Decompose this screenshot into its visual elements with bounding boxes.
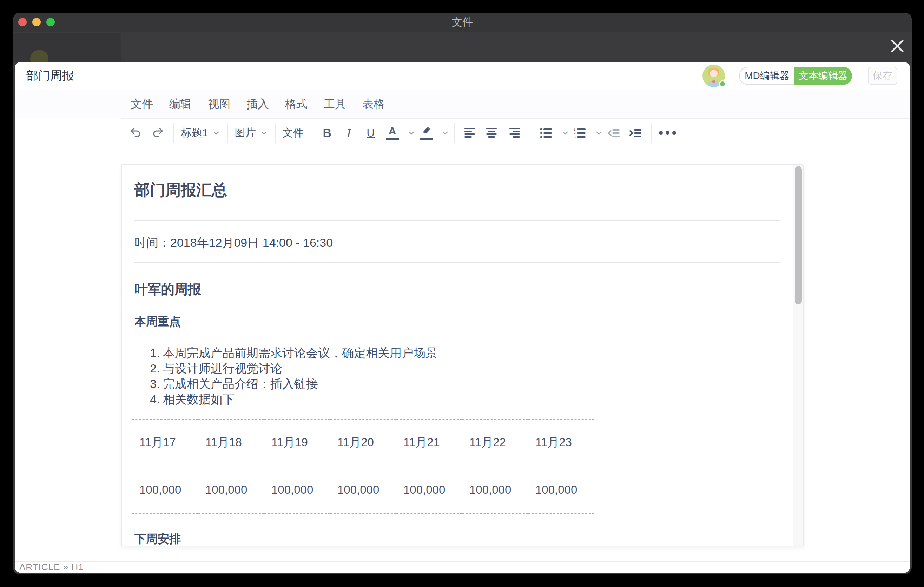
table-cell[interactable]: 11月18 [198, 419, 264, 466]
list-item-text: 完成相关产品介绍：插入链接 [163, 376, 318, 391]
table-cell[interactable]: 100,000 [462, 466, 528, 513]
menu-edit[interactable]: 编辑 [167, 95, 195, 114]
chevron-down-icon[interactable] [595, 129, 603, 137]
list-item: 2. 与设计师进行视觉讨论 [150, 361, 790, 376]
close-icon [889, 38, 906, 54]
chevron-down-icon[interactable] [561, 129, 569, 137]
text-editor-tab[interactable]: 文本编辑器 [794, 67, 852, 85]
header-actions: MD编辑器 文本编辑器 保存 [703, 64, 897, 87]
table-cell[interactable]: 11月19 [264, 419, 330, 466]
highlight-button[interactable] [417, 123, 435, 143]
avatar[interactable] [703, 64, 725, 87]
table-cell[interactable]: 11月21 [396, 419, 462, 466]
svg-text:3: 3 [574, 135, 576, 139]
numbered-list-button[interactable]: 123 [571, 123, 589, 143]
indent-button[interactable] [627, 123, 644, 143]
data-table: 11月17 11月18 11月19 11月20 11月21 11月22 11月2… [132, 419, 594, 514]
table-row: 100,000 100,000 100,000 100,000 100,000 … [132, 466, 594, 513]
table-cell[interactable]: 100,000 [132, 466, 198, 513]
online-status-dot [719, 81, 726, 87]
toolbar-separator [454, 123, 455, 143]
menu-tools[interactable]: 工具 [321, 95, 349, 114]
redo-icon [151, 126, 164, 140]
align-left-button[interactable] [462, 123, 479, 143]
scrollbar-thumb[interactable] [795, 166, 802, 304]
save-button[interactable]: 保存 [868, 67, 897, 85]
table-cell[interactable]: 11月17 [132, 419, 198, 466]
editor-panel: 部门周报 MD编辑器 文本编辑器 保存 文件 编辑 视图 插入 [15, 62, 910, 572]
align-left-icon [464, 127, 477, 139]
table-row: 11月17 11月18 11月19 11月20 11月21 11月22 11月2… [132, 419, 594, 466]
align-right-button[interactable] [505, 123, 523, 143]
font-color-bar [386, 138, 399, 140]
table-cell[interactable]: 100,000 [264, 466, 330, 513]
undo-button[interactable] [127, 123, 145, 143]
align-right-icon [507, 127, 521, 139]
editor-header: 部门周报 MD编辑器 文本编辑器 保存 [15, 62, 910, 90]
editor-content-area: 部门周报汇总 时间：2018年12月09日 14:00 - 16:30 叶军的周… [15, 147, 910, 561]
highlight-color-bar [420, 138, 432, 140]
mac-window: 文件 部门周报 MD编辑器 文本编辑器 [13, 13, 912, 574]
italic-icon: I [347, 126, 351, 140]
insert-file-button[interactable]: 文件 [282, 123, 304, 143]
chevron-down-icon[interactable] [408, 129, 415, 137]
ellipsis-icon [659, 131, 676, 135]
menu-table[interactable]: 表格 [360, 95, 388, 114]
list-item: 3. 完成相关产品介绍：插入链接 [150, 376, 790, 391]
list-item-number: 1. [150, 345, 163, 361]
bold-button[interactable]: B [318, 123, 336, 143]
list-item-text: 本周完成产品前期需求讨论会议，确定相关用户场景 [163, 345, 437, 361]
chevron-down-icon [260, 129, 268, 137]
scrollbar-track[interactable] [793, 165, 803, 546]
table-cell[interactable]: 100,000 [528, 466, 594, 513]
editor-mode-toggle: MD编辑器 文本编辑器 [739, 67, 852, 85]
document-title: 部门周报 [26, 68, 74, 84]
document-page[interactable]: 部门周报汇总 时间：2018年12月09日 14:00 - 16:30 叶军的周… [121, 164, 804, 546]
table-cell[interactable]: 100,000 [198, 466, 264, 513]
toolbar: 标题1 图片 文件 B [15, 118, 910, 147]
chevron-down-icon[interactable] [441, 129, 449, 137]
outdent-button[interactable] [605, 123, 622, 143]
undo-icon [129, 126, 142, 140]
table-cell[interactable]: 11月23 [528, 419, 594, 466]
list-item: 1. 本周完成产品前期需求讨论会议，确定相关用户场景 [150, 345, 790, 361]
close-button[interactable] [889, 38, 906, 54]
menu-view[interactable]: 视图 [205, 95, 233, 114]
toolbar-separator [227, 123, 228, 143]
table-cell[interactable]: 100,000 [396, 466, 462, 513]
underline-button[interactable]: U [362, 123, 380, 143]
heading-style-dropdown[interactable]: 标题1 [181, 123, 220, 143]
toolbar-inner: 标题1 图片 文件 B [121, 118, 910, 147]
more-options-button[interactable] [659, 123, 676, 143]
menu-insert[interactable]: 插入 [244, 95, 272, 114]
table-cell[interactable]: 11月22 [462, 419, 528, 466]
ordered-list: 1. 本周完成产品前期需求讨论会议，确定相关用户场景 2. 与设计师进行视觉讨论… [150, 345, 790, 407]
svg-text:1: 1 [574, 127, 576, 131]
menu-file[interactable]: 文件 [128, 95, 156, 114]
align-center-button[interactable] [483, 123, 501, 143]
window-title: 文件 [13, 13, 912, 32]
bullet-list-button[interactable] [538, 123, 555, 143]
italic-button[interactable]: I [340, 123, 358, 143]
table-cell[interactable]: 100,000 [330, 466, 396, 513]
md-editor-tab[interactable]: MD编辑器 [739, 67, 794, 85]
doc-heading-3-next: 下周安排 [134, 531, 790, 546]
insert-file-label: 文件 [282, 126, 304, 140]
doc-heading-1: 部门周报汇总 [134, 180, 780, 221]
toolbar-separator [530, 123, 530, 143]
insert-image-label: 图片 [235, 126, 256, 140]
indent-icon [629, 127, 642, 139]
toolbar-separator [275, 123, 276, 143]
menu-format[interactable]: 格式 [282, 95, 310, 114]
chevron-down-icon [213, 129, 220, 137]
font-color-button[interactable]: A [384, 123, 401, 143]
redo-button[interactable] [149, 123, 167, 143]
list-item-number: 3. [150, 376, 163, 391]
status-bar: ARTICLE » H1 [15, 561, 910, 572]
font-color-icon: A [389, 126, 396, 136]
toolbar-separator [311, 123, 312, 143]
insert-image-dropdown[interactable]: 图片 [235, 123, 268, 143]
list-item-number: 4. [150, 391, 163, 407]
table-cell[interactable]: 11月20 [330, 419, 396, 466]
list-item-text: 与设计师进行视觉讨论 [163, 361, 282, 376]
